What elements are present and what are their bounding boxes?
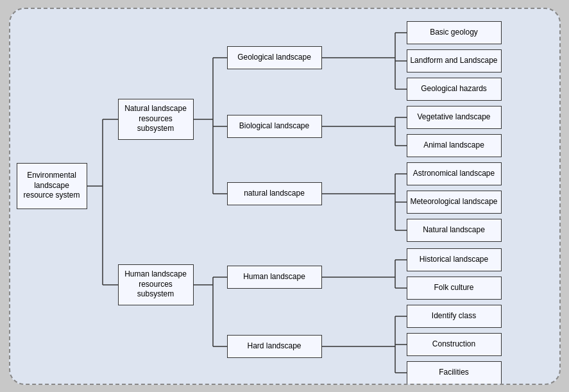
astronomical-node: Astronomical landscape bbox=[407, 162, 502, 185]
natural-land-node: Natural landscape bbox=[407, 219, 502, 242]
vegetative-node: Vegetative landscape bbox=[407, 106, 502, 129]
identify-node: Identify class bbox=[407, 305, 502, 328]
animal-node: Animal landscape bbox=[407, 134, 502, 157]
natural-subsystem-node: Natural landscape resources subsystem bbox=[118, 99, 194, 140]
root-node: Environmental landscape resource system bbox=[17, 163, 87, 209]
historical-node: Historical landscape bbox=[407, 248, 502, 271]
landform-node: Landform and Landscape bbox=[407, 49, 502, 72]
construction-node: Construction bbox=[407, 333, 502, 356]
human-landscape-node: Human landscape bbox=[227, 266, 322, 289]
geo-hazards-node: Geological hazards bbox=[407, 78, 502, 101]
meteorological-node: Meteorological landscape bbox=[407, 191, 502, 214]
folk-node: Folk culture bbox=[407, 277, 502, 300]
natural-landscape-node: natural landscape bbox=[227, 182, 322, 205]
basic-geology-node: Basic geology bbox=[407, 21, 502, 44]
facilities-node: Facilities bbox=[407, 361, 502, 384]
human-subsystem-node: Human landscape resources subsystem bbox=[118, 264, 194, 305]
geological-landscape-node: Geological landscape bbox=[227, 46, 322, 69]
biological-landscape-node: Biological landscape bbox=[227, 115, 322, 138]
hard-landscape-node: Hard landscape bbox=[227, 335, 322, 358]
diagram-background: Environmental landscape resource system … bbox=[9, 8, 561, 385]
